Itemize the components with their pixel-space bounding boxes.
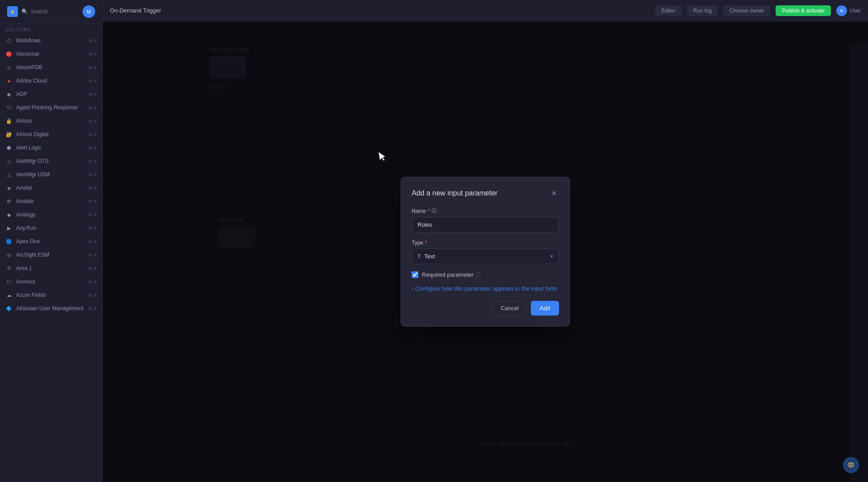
type-label: Type * (412, 240, 559, 246)
alertmgr-ots-icon: △ (5, 158, 13, 165)
topbar-avatar[interactable]: U (836, 5, 847, 16)
adp-icon: ◉ (5, 91, 13, 98)
configure-link[interactable]: › Configure how this parameter appears i… (412, 285, 559, 292)
adobe-icon: 🔺 (5, 77, 13, 84)
sidebar-item-adobe-cloud[interactable]: 🔺 Adobe Cloud ⇅ ✕ (0, 74, 102, 87)
add-button[interactable]: Add (531, 301, 559, 316)
sidebar-item-azure-fields[interactable]: ☁ Azure Fields ⇅ ✕ (0, 288, 102, 302)
sidebar-item-alert-logic[interactable]: ⬟ Alert Logic ⇅ ✕ (0, 141, 102, 154)
sidebar-item-abnormal[interactable]: 🔴 Abnormal ⇅ ✕ (0, 47, 102, 61)
sidebar-item-apex-one[interactable]: 🔵 Apex One ⇅ ✕ (0, 235, 102, 248)
avatar[interactable]: U (83, 5, 95, 18)
sidebar: ⚡ 🔍 U 213 items ⬡ Workflows ⇅ ✕ 🔴 Abnorm… (0, 0, 103, 482)
abusepdb-icon: ⚠ (5, 64, 13, 71)
sidebar-item-ansible[interactable]: ⚙ Ansible ⇅ ✕ (0, 195, 102, 208)
chevron-right-icon: › (412, 286, 413, 291)
sidebar-item-abusepdb[interactable]: ⚠ AbusePDB ⇅ ✕ (0, 61, 102, 74)
select-left: T Text (417, 253, 435, 260)
topbar: On-Demand Trigger Editor Run log Choose … (103, 0, 868, 21)
type-selected-value: Text (424, 253, 435, 260)
name-input[interactable] (412, 217, 559, 233)
abnormal-icon: 🔴 (5, 50, 13, 58)
axonius-icon: ⬡ (5, 278, 13, 285)
search-icon: 🔍 (21, 8, 28, 15)
app-logo: ⚡ (7, 6, 18, 17)
expand-icon: ⇅ ✕ (88, 38, 97, 43)
azure-fields-icon: ☁ (5, 291, 13, 299)
sidebar-item-agent-phishing[interactable]: 🛡 Agent Phishing Response ⇅ ✕ (0, 101, 102, 114)
ansible-icon: ⚙ (5, 198, 13, 205)
type-field-group: Type * T Text ▾ (412, 240, 559, 264)
name-info-icon: ⓘ (432, 208, 437, 214)
chevron-down-icon: ▾ (551, 253, 553, 259)
run-log-button[interactable]: Run log (687, 5, 718, 16)
agent-phishing-icon: 🛡 (5, 104, 13, 111)
text-type-icon: T (417, 253, 421, 260)
sidebar-item-alertmgr-ots[interactable]: △ AlertMgr OTS ⇅ ✕ (0, 154, 102, 168)
sidebar-item-atlassian[interactable]: 🔷 Atlassian User Management ⇅ ✕ (0, 302, 102, 315)
editor-button[interactable]: Editor (655, 5, 681, 16)
publish-button[interactable]: Publish & activate (776, 5, 830, 16)
workflow-area: TRIGGER ONCE STEPS OUTPUTS Click or drag… (103, 21, 868, 482)
required-checkbox-row: Required parameter ⓘ (412, 271, 559, 278)
name-label: Name * ⓘ (412, 208, 559, 214)
sidebar-item-airlock-digital[interactable]: 🔐 Airlock Digital ⇅ ✕ (0, 128, 102, 141)
area1-icon: ① (5, 265, 13, 272)
alertmgr-usm-icon: △ (5, 171, 13, 178)
configure-link-text: Configure how this parameter appears in … (415, 285, 557, 292)
alert-logic-icon: ⬟ (5, 144, 13, 151)
sidebar-item-adp[interactable]: ◉ ADP ⇅ ✕ (0, 87, 102, 101)
user-info: U User (836, 5, 861, 16)
any-run-icon: ▶ (5, 224, 13, 232)
name-required-marker: * (428, 208, 430, 214)
name-field-group: Name * ⓘ (412, 208, 559, 233)
modal-title: Add a new input parameter (412, 189, 497, 197)
sidebar-item-anvilar[interactable]: ◈ Anvilar ⇅ ✕ (0, 181, 102, 195)
airlock-icon: 🔒 (5, 117, 13, 125)
sidebar-item-axonius[interactable]: ⬡ Axonius ⇅ ✕ (0, 275, 102, 288)
required-checkbox[interactable] (412, 271, 418, 278)
main-content: On-Demand Trigger Editor Run log Choose … (103, 0, 868, 482)
cancel-button[interactable]: Cancel (493, 301, 526, 316)
sidebar-header: ⚡ 🔍 U (0, 0, 102, 24)
sidebar-item-analogy[interactable]: ◆ Analogy ⇅ ✕ (0, 208, 102, 221)
modal-footer: Cancel Add (412, 301, 559, 316)
sidebar-item-any-run[interactable]: ▶ Any.Run ⇅ ✕ (0, 221, 102, 235)
atlassian-icon: 🔷 (5, 305, 13, 312)
search-input[interactable] (31, 8, 79, 15)
type-required-marker: * (425, 240, 427, 246)
choose-owner-button[interactable]: Choose owner (723, 5, 770, 16)
modal-close-button[interactable]: ✕ (548, 188, 559, 199)
analogy-icon: ◆ (5, 211, 13, 218)
sidebar-items: ⬡ Workflows ⇅ ✕ 🔴 Abnormal ⇅ ✕ ⚠ AbusePD… (0, 34, 102, 482)
sidebar-item-arcsight[interactable]: ◎ ArcSight ESM ⇅ ✕ (0, 248, 102, 262)
arcsight-icon: ◎ (5, 251, 13, 258)
airlock-digital-icon: 🔐 (5, 131, 13, 138)
modal-backdrop: Add a new input parameter ✕ Name * ⓘ (103, 21, 868, 482)
anvilar-icon: ◈ (5, 184, 13, 191)
sidebar-nav-label: 213 items (0, 24, 102, 34)
username: User (850, 8, 861, 14)
search-area: 🔍 (21, 8, 79, 15)
sidebar-item-label: Workflows (16, 37, 85, 44)
apex-one-icon: 🔵 (5, 238, 13, 245)
modal-header: Add a new input parameter ✕ (412, 188, 559, 199)
sidebar-item-area1[interactable]: ① Area 1 ⇅ ✕ (0, 262, 102, 275)
sidebar-item-alertmgr-usm[interactable]: △ AlertMgr USM ⇅ ✕ (0, 168, 102, 181)
required-checkbox-label: Required parameter ⓘ (422, 271, 480, 278)
add-parameter-modal: Add a new input parameter ✕ Name * ⓘ (401, 177, 570, 327)
type-select[interactable]: T Text ▾ (412, 249, 559, 264)
required-info-icon: ⓘ (476, 271, 480, 278)
sidebar-item-workflows[interactable]: ⬡ Workflows ⇅ ✕ (0, 34, 102, 47)
sidebar-item-airlock[interactable]: 🔒 Airlock ⇅ ✕ (0, 114, 102, 128)
page-title: On-Demand Trigger (110, 7, 650, 14)
workflows-icon: ⬡ (5, 37, 13, 44)
